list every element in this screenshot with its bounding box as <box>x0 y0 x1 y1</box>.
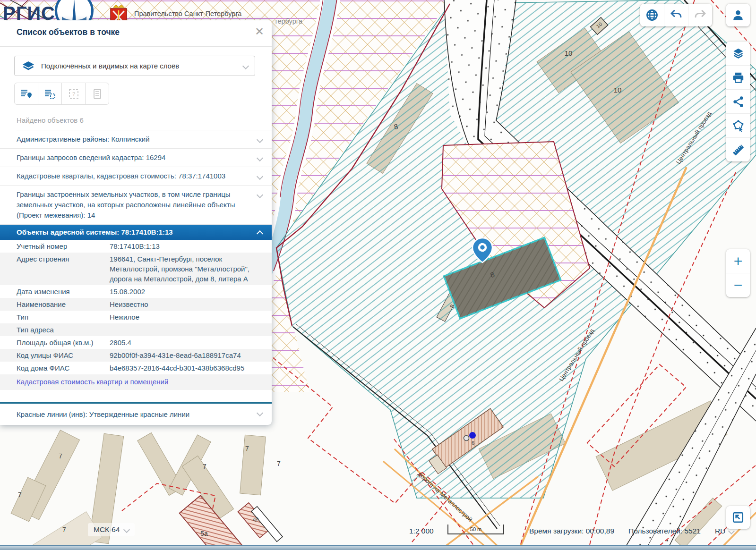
projection-selector[interactable]: МСК-64 <box>88 523 135 536</box>
chevron-down-icon <box>123 526 129 533</box>
chevron-down-icon <box>257 155 263 161</box>
found-count-label: Найдено объектов 6 <box>17 116 272 130</box>
objects-at-point-panel: Список объектов в точке ✕ Подключённых и… <box>0 20 272 425</box>
zoom-in-button[interactable]: + <box>726 249 750 273</box>
chevron-up-icon <box>257 230 263 237</box>
scale-bar-label: 50 m <box>470 526 481 532</box>
user-button[interactable] <box>726 4 750 26</box>
cadastral-value-link[interactable]: Кадастровая стоимость квартир и помещени… <box>17 378 168 386</box>
map-scale: 1:2 000 <box>409 527 434 535</box>
print-icon <box>732 71 745 84</box>
close-icon[interactable]: ✕ <box>255 26 264 37</box>
globe-button[interactable] <box>640 4 664 26</box>
select-polygon-button[interactable] <box>726 113 750 137</box>
layers-button[interactable] <box>726 42 750 65</box>
bottom-strip <box>0 545 756 550</box>
load-time: Время загрузки: 00:00,89 <box>529 527 614 535</box>
table-row: Наименование Неизвестно <box>0 298 272 311</box>
government-subtitle-fragment: тербурга <box>275 17 302 25</box>
globe-icon <box>645 8 659 22</box>
redo-icon <box>694 8 707 22</box>
svg-text:?: ? <box>72 91 75 97</box>
table-row: Код дома ФИАС b4e68357-2816-44cd-b301-43… <box>0 362 272 374</box>
plus-icon: + <box>734 254 743 268</box>
group-label: Кадастровые кварталы, кадастровая стоимо… <box>17 172 225 180</box>
scale-bar: 50 m <box>447 525 504 534</box>
group-label: Административные районы: Колпинский <box>17 135 150 143</box>
collapse-corner-button[interactable] <box>726 506 750 529</box>
list-extent-button[interactable] <box>38 83 62 105</box>
chevron-down-icon <box>257 410 263 416</box>
group-row-land-borders[interactable]: Границы застроенных земельных участков, … <box>0 186 272 225</box>
layers-icon <box>21 60 35 72</box>
identify-frame-button: ? <box>61 83 86 105</box>
chevron-down-icon <box>257 173 263 180</box>
user-icon <box>732 9 744 21</box>
group-row-address-objects[interactable]: Объекты адресной системы: 78:17410В:1:13 <box>0 225 272 240</box>
redo-button[interactable] <box>688 4 712 26</box>
table-row: Площадь общая (кв.м.) 2805.4 <box>0 336 272 349</box>
panel-title: Список объектов в точке <box>17 27 120 37</box>
select-polygon-icon <box>732 119 745 132</box>
share-button[interactable] <box>726 89 750 113</box>
group-row-cadastre-requests[interactable]: Границы запросов сведений кадастра: 1629… <box>0 149 272 167</box>
group-row-districts[interactable]: Административные районы: Колпинский <box>0 130 272 149</box>
ruler-icon <box>732 144 745 156</box>
group-label: Границы застроенных земельных участков, … <box>17 190 235 219</box>
table-row: Учетный номер 78:17410В:1:13 <box>0 240 272 253</box>
table-row: Код улицы ФИАС 92b00f0f-a394-431e-8ead-6… <box>0 349 272 362</box>
list-location-button[interactable] <box>14 83 38 105</box>
measure-button[interactable] <box>726 137 750 161</box>
chevron-down-icon <box>257 192 263 198</box>
active-group-label: Объекты адресной системы: 78:17410В:1:13 <box>17 228 173 236</box>
table-row: Тип Нежилое <box>0 311 272 323</box>
print-button[interactable] <box>726 65 750 89</box>
group-label: Красные линии (инв): Утвержденные красны… <box>17 410 189 418</box>
layers-icon <box>732 47 745 60</box>
table-row: Адрес строения 196641, Санкт-Петербург, … <box>0 253 272 285</box>
details-table: Учетный номер 78:17410В:1:13 Адрес строе… <box>0 240 272 390</box>
language-value: RU <box>715 527 725 535</box>
undo-button[interactable] <box>664 4 688 26</box>
chevron-down-icon <box>242 62 249 69</box>
projection-value: МСК-64 <box>94 525 120 534</box>
table-row: Дата изменения 15.08.2002 <box>0 285 272 298</box>
table-row: Кадастровая стоимость квартир и помещени… <box>0 374 272 390</box>
undo-icon <box>670 8 683 22</box>
government-title: Правительство Санкт-Петербурга <box>134 10 241 17</box>
chevron-down-icon <box>257 136 263 143</box>
layer-filter-value: Подключённых и видимых на карте слоёв <box>41 62 243 70</box>
group-row-red-lines[interactable]: Красные линии (инв): Утвержденные красны… <box>0 404 272 423</box>
table-row: Тип адреса <box>0 323 272 336</box>
corner-arrow-icon <box>732 511 744 524</box>
rgis-app: 81010108867777775а5аЦентральный проездЦе… <box>0 0 756 550</box>
group-label: Границы запросов сведений кадастра: 1629… <box>17 153 165 161</box>
group-row-cadastre-quarters[interactable]: Кадастровые кварталы, кадастровая стоимо… <box>0 167 272 186</box>
chevron-down-icon <box>728 528 735 534</box>
zoom-out-button[interactable]: − <box>726 273 750 297</box>
report-button <box>85 83 109 105</box>
minus-icon: − <box>734 278 743 292</box>
users-count: Пользователей: 5521 <box>628 527 701 535</box>
share-icon <box>732 95 745 108</box>
layer-filter-dropdown[interactable]: Подключённых и видимых на карте слоёв <box>14 56 255 76</box>
